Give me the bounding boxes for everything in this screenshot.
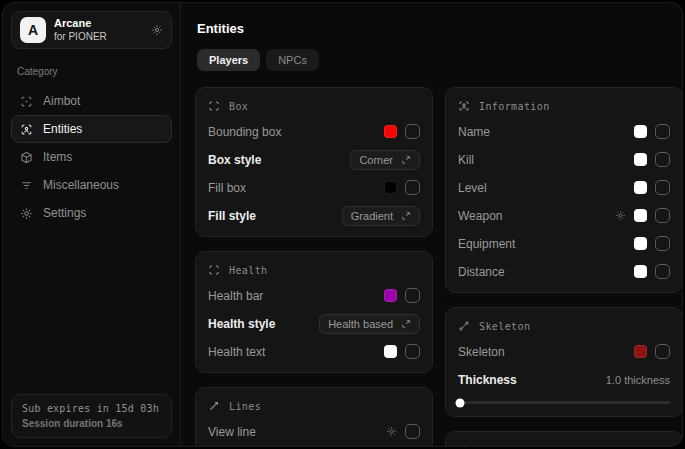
checkbox[interactable]	[405, 124, 420, 139]
expand-icon	[401, 319, 411, 329]
cube-icon	[20, 151, 33, 164]
checkbox[interactable]	[405, 288, 420, 303]
setting-row-distance: Distance	[458, 263, 670, 280]
setting-label: Health style	[208, 317, 275, 331]
setting-label: Kill	[458, 153, 474, 167]
setting-label: Fill style	[208, 209, 256, 223]
color-swatch[interactable]	[384, 345, 397, 358]
tab-bar: Players NPCs	[197, 49, 683, 71]
panel-general: General Visibility check Max distance	[445, 431, 683, 447]
setting-label: Level	[458, 181, 487, 195]
tab-players[interactable]: Players	[197, 49, 260, 71]
setting-label: View line	[208, 425, 256, 439]
panel-lines: Lines View line Line to enemy	[195, 387, 433, 447]
panel-title: Lines	[229, 401, 261, 412]
slider-value: 1.0 thickness	[606, 374, 670, 386]
box-corners-icon	[208, 100, 220, 112]
panel-title: Skeleton	[479, 321, 530, 332]
fill-style-select[interactable]: Gradient	[342, 206, 420, 226]
main-content: Entities Players NPCs Box Bounding box	[181, 3, 683, 446]
color-swatch[interactable]	[634, 209, 647, 222]
brand-card: A Arcane for PIONER	[11, 11, 172, 49]
expand-icon	[401, 211, 411, 221]
checkbox[interactable]	[655, 264, 670, 279]
setting-row-kill: Kill	[458, 151, 670, 168]
color-swatch[interactable]	[634, 153, 647, 166]
sidebar-item-entities[interactable]: Entities	[11, 115, 172, 143]
panel-information: Information Name Kill	[445, 87, 683, 293]
setting-row-view-line: View line	[208, 423, 420, 440]
checkbox[interactable]	[655, 124, 670, 139]
panel-box: Box Bounding box Box style Cor	[195, 87, 433, 237]
sidebar-item-label: Entities	[43, 122, 82, 136]
slider-handle[interactable]	[456, 398, 465, 407]
setting-row-level: Level	[458, 179, 670, 196]
category-label: Category	[17, 66, 166, 77]
sliders-icon	[20, 179, 33, 192]
bone-icon	[458, 320, 470, 332]
checkbox[interactable]	[405, 424, 420, 439]
setting-row-box-style: Box style Corner	[208, 151, 420, 168]
gear-icon[interactable]	[615, 210, 626, 221]
sidebar-item-label: Aimbot	[43, 94, 80, 108]
setting-label: Distance	[458, 265, 505, 279]
sidebar: A Arcane for PIONER Category Aimbot Enti…	[3, 3, 181, 446]
checkbox[interactable]	[655, 236, 670, 251]
selected-value: Health based	[328, 318, 393, 330]
app-logo: A	[20, 17, 46, 43]
checkbox[interactable]	[655, 344, 670, 359]
sidebar-item-label: Miscellaneous	[43, 178, 119, 192]
page-title: Entities	[197, 21, 683, 36]
color-swatch[interactable]	[634, 265, 647, 278]
panel-title: Information	[479, 101, 550, 112]
color-swatch[interactable]	[634, 125, 647, 138]
setting-label: Health bar	[208, 289, 263, 303]
panel-title: Box	[229, 101, 248, 112]
app-tagline: for PIONER	[54, 31, 107, 44]
color-swatch[interactable]	[384, 181, 397, 194]
setting-row-weapon: Weapon	[458, 207, 670, 224]
sidebar-item-settings[interactable]: Settings	[11, 199, 172, 227]
setting-row-name: Name	[458, 123, 670, 140]
setting-label: Weapon	[458, 209, 502, 223]
checkbox[interactable]	[655, 152, 670, 167]
checkbox[interactable]	[655, 208, 670, 223]
sidebar-item-label: Settings	[43, 206, 86, 220]
crosshair-icon	[20, 95, 33, 108]
color-swatch[interactable]	[634, 237, 647, 250]
color-swatch[interactable]	[384, 125, 397, 138]
selected-value: Gradient	[351, 210, 393, 222]
gear-icon	[20, 207, 33, 220]
sidebar-item-aimbot[interactable]: Aimbot	[11, 87, 172, 115]
panel-title: Health	[229, 265, 268, 276]
checkbox[interactable]	[405, 344, 420, 359]
health-style-select[interactable]: Health based	[319, 314, 420, 334]
box-style-select[interactable]: Corner	[350, 150, 420, 170]
color-swatch[interactable]	[634, 345, 647, 358]
setting-label: Name	[458, 125, 490, 139]
setting-label: Box style	[208, 153, 261, 167]
setting-row-thickness: Thickness 1.0 thickness	[458, 371, 670, 388]
sidebar-item-label: Items	[43, 150, 72, 164]
color-swatch[interactable]	[634, 181, 647, 194]
setting-row-health-text: Health text	[208, 343, 420, 360]
thickness-slider[interactable]	[458, 401, 670, 404]
tab-npcs[interactable]: NPCs	[266, 49, 319, 71]
checkbox[interactable]	[405, 180, 420, 195]
panel-health: Health Health bar Health style	[195, 251, 433, 373]
color-swatch[interactable]	[384, 289, 397, 302]
setting-row-health-style: Health style Health based	[208, 315, 420, 332]
health-corners-icon	[208, 264, 220, 276]
gear-icon[interactable]	[386, 426, 397, 437]
sun-icon	[458, 444, 470, 447]
sidebar-item-miscellaneous[interactable]: Miscellaneous	[11, 171, 172, 199]
subscription-card: Sub expires in 15d 03h Session duration …	[11, 394, 172, 438]
sub-expiry-text: Sub expires in 15d 03h	[22, 403, 161, 414]
gear-icon[interactable]	[151, 24, 163, 36]
setting-row-health-bar: Health bar	[208, 287, 420, 304]
checkbox[interactable]	[655, 180, 670, 195]
sidebar-item-items[interactable]: Items	[11, 143, 172, 171]
setting-row-bounding-box: Bounding box	[208, 123, 420, 140]
setting-label: Thickness	[458, 373, 517, 387]
panel-skeleton: Skeleton Skeleton Thickness 1.0 thicknes…	[445, 307, 683, 417]
